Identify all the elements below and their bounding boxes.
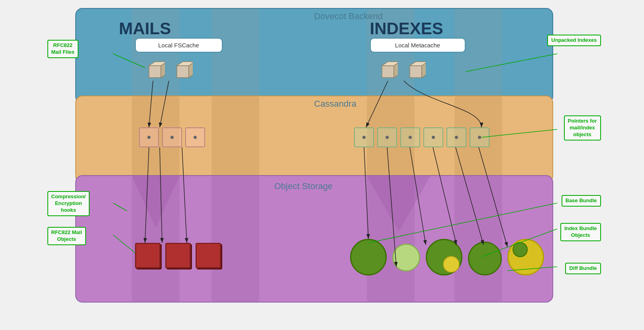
metacache-cubes <box>378 60 422 76</box>
svg-marker-6 <box>382 66 394 78</box>
diff-bundle-label: Diff Bundle <box>565 263 601 274</box>
index-record-4 <box>423 127 443 147</box>
object-storage-title: Object Storage <box>274 181 333 191</box>
svg-marker-3 <box>177 66 189 78</box>
index-record-5 <box>446 127 466 147</box>
svg-marker-9 <box>410 66 422 78</box>
green-overlay <box>513 242 528 257</box>
large-dark-bundle <box>468 242 502 275</box>
index-bundle-with-diff <box>426 239 462 275</box>
mail-record-1 <box>139 127 159 147</box>
index-record-6 <box>470 127 489 147</box>
mail-record-2 <box>162 127 182 147</box>
index-record-1 <box>354 127 374 147</box>
index-bundles <box>350 239 544 275</box>
diff-overlay-small <box>443 256 460 273</box>
diff-bundle-circle <box>507 239 544 275</box>
metacache-box: Local Metacache <box>370 38 466 53</box>
fscache-box: Local FSCache <box>135 38 223 53</box>
compression-label: Compression/Encryptionhooks <box>47 191 90 216</box>
indexes-title: INDEXES <box>370 19 443 38</box>
index-bundle-objects-label: Index BundleObjects <box>560 223 601 241</box>
pointers-label: Pointers formail/indexobjects <box>564 115 601 141</box>
index-record-2 <box>377 127 397 147</box>
svg-marker-0 <box>149 66 161 78</box>
cassandra-index-records <box>354 127 489 147</box>
fscache-cubes <box>145 60 189 76</box>
mail-obj-1 <box>135 243 161 268</box>
rfc822-mail-objects-label: RFC822 MailObjects <box>47 227 86 245</box>
light-circle <box>392 244 420 271</box>
mail-objects <box>135 243 221 268</box>
base-bundle-label: Base Bundle <box>562 195 601 207</box>
base-bundle-circle <box>350 239 387 275</box>
cassandra-mail-records <box>139 127 205 147</box>
cassandra-title: Cassandra <box>314 99 356 109</box>
unpacked-indexes-label: Unpacked Indexes <box>547 35 601 46</box>
mail-record-3 <box>185 127 205 147</box>
mail-obj-2 <box>165 243 191 268</box>
index-record-3 <box>400 127 420 147</box>
rfc822-mail-files-label: RFC822Mail Files <box>47 40 79 58</box>
mail-obj-3 <box>196 243 221 268</box>
mails-title: MAILS <box>119 19 171 38</box>
